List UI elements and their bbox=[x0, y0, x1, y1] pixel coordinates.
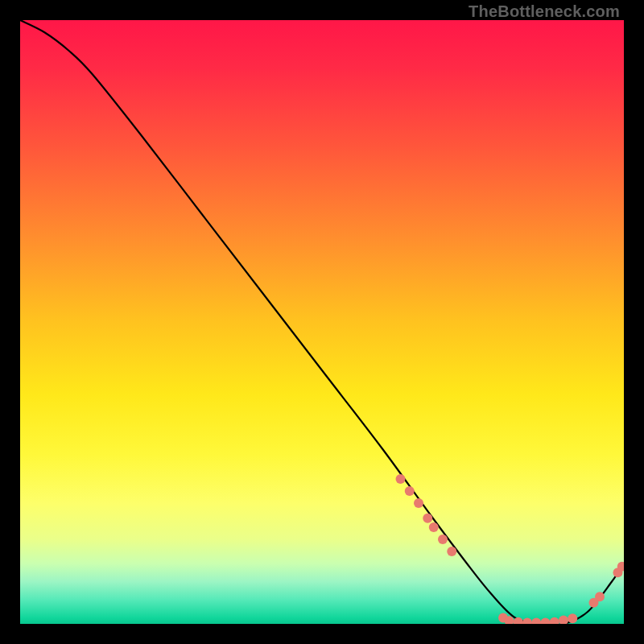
curve-marker bbox=[396, 474, 406, 484]
curve-marker bbox=[531, 618, 541, 625]
curve-marker bbox=[541, 618, 551, 625]
curve-marker bbox=[438, 535, 448, 544]
curve-marker bbox=[414, 498, 423, 508]
bottleneck-curve-line bbox=[20, 20, 624, 624]
curve-marker bbox=[423, 514, 432, 523]
curve-marker bbox=[550, 617, 559, 624]
curve-marker bbox=[405, 486, 415, 496]
curve-marker bbox=[559, 616, 568, 625]
curve-marker bbox=[568, 613, 577, 623]
plot-area bbox=[20, 20, 624, 624]
attribution-label: TheBottleneck.com bbox=[469, 3, 620, 19]
curve-marker bbox=[595, 592, 605, 601]
curve-marker bbox=[447, 547, 456, 556]
stage: TheBottleneck.com bbox=[0, 0, 644, 644]
curve-markers bbox=[396, 474, 625, 624]
curve-layer bbox=[20, 20, 624, 624]
curve-marker bbox=[429, 522, 439, 532]
curve-marker bbox=[522, 618, 532, 625]
